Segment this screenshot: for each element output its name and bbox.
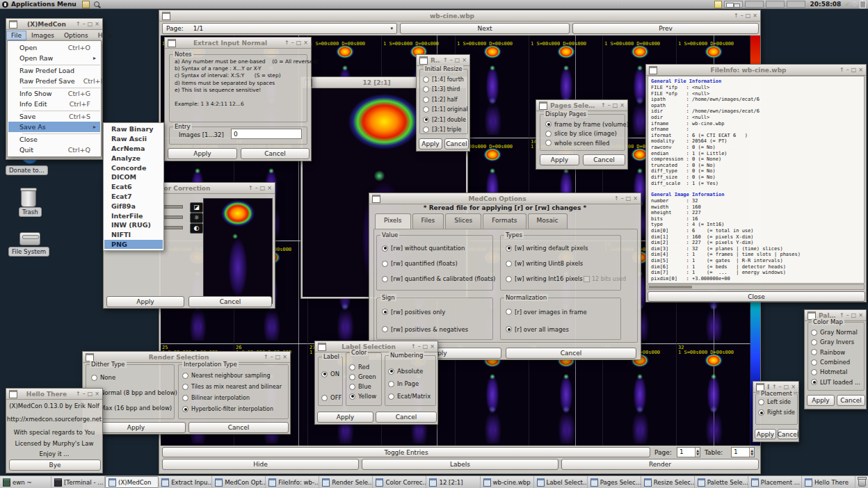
radio-icon[interactable]: [545, 140, 552, 146]
radio-option[interactable]: [rw] without quantitation: [377, 241, 492, 256]
radio-option[interactable]: Gray Invers: [808, 337, 864, 347]
radio-option[interactable]: [r] over all images: [501, 320, 620, 338]
minimize-button[interactable]: –: [450, 58, 453, 63]
minimize-button[interactable]: –: [846, 67, 849, 73]
minimize-button[interactable]: –: [621, 196, 624, 202]
radio-option[interactable]: Ecat/Matrix: [385, 390, 435, 402]
radio-option[interactable]: Nearest neighbour sampling: [179, 370, 288, 381]
radio-icon[interactable]: [388, 381, 394, 387]
workspace-1[interactable]: [724, 1, 743, 8]
close-button[interactable]: ×: [282, 355, 287, 360]
menu-item[interactable]: Ecat6: [104, 182, 163, 192]
minimize-button[interactable]: –: [418, 344, 421, 350]
radio-option[interactable]: [rw] quantified (floats): [377, 256, 492, 271]
toggle-entries-button[interactable]: Toggle Entries: [162, 447, 650, 457]
menubar-item[interactable]: Options: [59, 31, 93, 40]
close-button[interactable]: ×: [303, 40, 308, 46]
minimize-button[interactable]: –: [271, 355, 273, 360]
radio-icon[interactable]: [423, 76, 429, 83]
maximize-button[interactable]: □: [851, 67, 857, 73]
taskbar-item[interactable]: Placement ...: [748, 476, 802, 488]
rollup-button[interactable]: ↑: [284, 40, 289, 46]
taskbar-item[interactable]: Color Correc...: [373, 476, 426, 488]
maximize-button[interactable]: □: [455, 58, 460, 63]
radio-option[interactable]: [3:1] triple: [420, 125, 467, 136]
rollup-button[interactable]: ↑: [734, 13, 739, 19]
taskbar-item[interactable]: ewn ~: [0, 476, 51, 488]
radio-icon[interactable]: [382, 245, 388, 252]
radio-icon[interactable]: [182, 406, 188, 412]
radio-icon[interactable]: [811, 349, 817, 355]
minimize-button[interactable]: –: [741, 13, 744, 19]
titlebar[interactable]: Hello There ↑–□×: [6, 389, 102, 400]
menubar-item[interactable]: Help: [93, 31, 118, 40]
titlebar[interactable]: Resize Selection ↑–□×: [417, 55, 469, 66]
radio-option[interactable]: frame by frame (volume): [540, 120, 625, 129]
radio-icon[interactable]: [182, 373, 188, 379]
titlebar[interactable]: wb-cine.wbp ↑–□×: [159, 10, 760, 22]
apply-button[interactable]: Apply: [106, 296, 184, 307]
gamma-icon[interactable]: ◪: [190, 202, 203, 213]
menu-item[interactable]: Save As ▸: [8, 122, 100, 132]
menu-item[interactable]: NIFTI: [104, 230, 163, 240]
prev-button[interactable]: Prev: [572, 23, 759, 34]
radio-option[interactable]: Absolute: [385, 365, 435, 377]
bits-checkbox-row[interactable]: 12 bits used: [584, 276, 626, 282]
horizontal-scrollbar[interactable]: [648, 284, 865, 290]
tab[interactable]: Mosaic: [528, 213, 568, 229]
radio-icon[interactable]: [423, 127, 429, 133]
taskbar-item[interactable]: Pages Selec...: [588, 476, 641, 488]
close-button[interactable]: ×: [462, 58, 467, 63]
spinner-arrows[interactable]: ▲▼: [695, 448, 700, 457]
workspace-4[interactable]: [787, 1, 805, 8]
radio-icon[interactable]: [423, 117, 429, 123]
radio-icon[interactable]: [382, 261, 388, 267]
maximize-button[interactable]: □: [296, 40, 302, 46]
workspace-3[interactable]: [766, 1, 785, 8]
next-button[interactable]: Next: [400, 23, 570, 34]
radio-option[interactable]: Tiles as mix nearest and bilinear: [179, 381, 288, 392]
menu-item[interactable]: AcrNema: [104, 144, 163, 154]
menu-item[interactable]: Raw Predef Load: [8, 65, 100, 76]
titlebar[interactable]: Label Selection ↑–□×: [315, 341, 437, 352]
radio-option[interactable]: Red: [346, 362, 381, 372]
radio-icon[interactable]: [811, 339, 817, 345]
radio-icon[interactable]: [506, 326, 512, 332]
titlebar[interactable]: (X)MedCon ↑–□×: [6, 19, 102, 30]
radio-icon[interactable]: [811, 330, 817, 336]
radio-icon[interactable]: [758, 409, 764, 416]
menu-item[interactable]: InterFile: [104, 211, 163, 220]
notes-icon[interactable]: [714, 1, 722, 8]
menu-item[interactable]: Open Raw ▸: [8, 53, 100, 63]
menu-item[interactable]: Quit Ctrl+Q: [8, 145, 100, 155]
cancel-button[interactable]: Cancel: [241, 148, 310, 159]
radio-option[interactable]: Gray Normal: [808, 327, 864, 337]
minimize-button[interactable]: –: [83, 22, 86, 27]
radio-option[interactable]: [w] writing Uint8 pixels: [501, 256, 620, 271]
titlebar[interactable]: FileInfo: wb-cine.wbp ↑–□×: [646, 65, 866, 76]
apply-button[interactable]: Apply: [419, 138, 442, 149]
page-combobox[interactable]: Page: 1/1 ▾: [162, 23, 397, 34]
radio-icon[interactable]: [811, 369, 817, 375]
minimize-button[interactable]: –: [608, 103, 611, 108]
menu-item[interactable]: Raw Binary: [104, 124, 163, 134]
cancel-button[interactable]: Cancel: [376, 412, 437, 423]
scrollbar-thumb[interactable]: [649, 286, 692, 288]
taskbar-item[interactable]: 12 [2:1]: [426, 476, 480, 488]
desktop-icon-trash-label[interactable]: Trash: [19, 207, 42, 217]
maximize-button[interactable]: □: [88, 391, 93, 397]
radio-option[interactable]: Blue: [346, 382, 381, 391]
minimize-button[interactable]: –: [83, 391, 86, 397]
taskbar-item[interactable]: FileInfo: wb-...: [266, 476, 319, 488]
radio-option[interactable]: [rw] positives & negatives: [377, 320, 492, 338]
radio-icon[interactable]: [388, 393, 394, 400]
page-spinner[interactable]: 1 ▲▼: [677, 447, 700, 457]
menu-item[interactable]: Analyze: [104, 153, 163, 163]
apply-button[interactable]: Apply: [540, 154, 579, 165]
rollup-button[interactable]: ↑: [264, 355, 268, 360]
radio-option[interactable]: Bilinear interpolation: [179, 392, 288, 403]
radio-option[interactable]: In Page: [385, 377, 435, 390]
radio-option[interactable]: Yellow: [346, 391, 381, 401]
taskbar-item[interactable]: (X)MedCon: [105, 476, 159, 488]
menu-item[interactable]: Ecat7: [104, 192, 163, 202]
